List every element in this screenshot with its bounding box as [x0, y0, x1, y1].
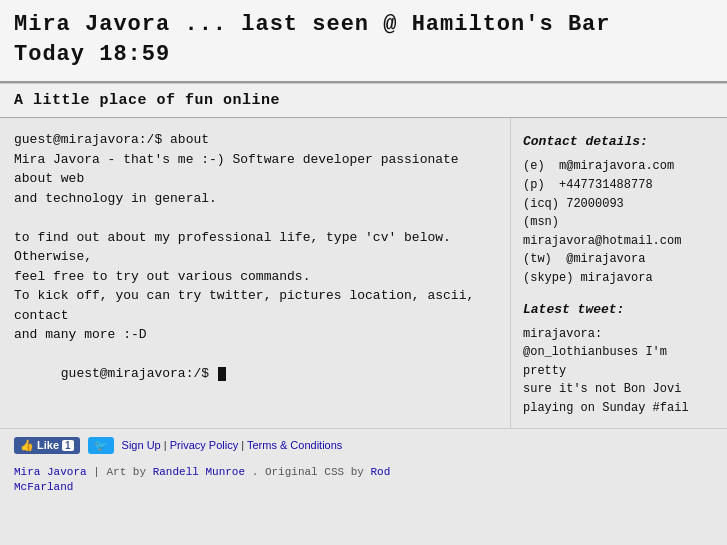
terminal-panel[interactable]: guest@mirajavora:/$ about Mira Javora - … — [0, 118, 510, 427]
terminal-line-4: to find out about my professional life, … — [14, 228, 496, 267]
terminal-prompt-text: guest@mirajavora:/$ — [61, 366, 217, 381]
terminal-line-7: and many more :-D — [14, 325, 496, 345]
tweet-section-title: Latest tweet: — [523, 302, 708, 317]
facebook-like-button[interactable]: 👍 Like 1 — [14, 437, 80, 454]
contact-email: (e) m@mirajavora.com — [523, 157, 708, 176]
footer-social: 👍 Like 1 🐦 Sign Up | Privacy Policy | Te… — [14, 437, 713, 454]
privacy-link[interactable]: Privacy Policy — [170, 439, 238, 451]
contact-section-title: Contact details: — [523, 134, 708, 149]
terminal-line-1: guest@mirajavora:/$ about — [14, 130, 496, 150]
footer-area: 👍 Like 1 🐦 Sign Up | Privacy Policy | Te… — [0, 428, 727, 462]
contact-msn-email: mirajavora@hotmail.com — [523, 232, 708, 251]
header-title-line2: Today 18:59 — [14, 42, 170, 67]
signup-link[interactable]: Sign Up — [122, 439, 161, 451]
fb-like-label: Like — [37, 439, 59, 451]
tagline-bar: A little place of fun online — [0, 83, 727, 118]
terms-link[interactable]: Terms & Conditions — [247, 439, 342, 451]
main-content: guest@mirajavora:/$ about Mira Javora - … — [0, 118, 727, 427]
credits-sep2: . Original CSS by — [252, 466, 371, 478]
terminal-prompt-line[interactable]: guest@mirajavora:/$ — [14, 345, 496, 404]
randell-link[interactable]: Randell Munroe — [153, 466, 245, 478]
terminal-line-5: feel free to try out various commands. — [14, 267, 496, 287]
terminal-line-2: Mira Javora - that's me :-) Software dev… — [14, 150, 496, 189]
contact-icq: (icq) 72000093 — [523, 195, 708, 214]
terminal-line-6: To kick off, you can try twitter, pictur… — [14, 286, 496, 325]
footer-bottom: Mira Javora | Art by Randell Munroe . Or… — [0, 462, 727, 500]
header-title-line1: Mira Javora ... last seen @ Hamilton's B… — [14, 12, 611, 37]
contact-skype: (skype) mirajavora — [523, 269, 708, 288]
sidebar: Contact details: (e) m@mirajavora.com (p… — [510, 118, 720, 427]
tweet-text: mirajavora: @on_lothianbuses I'm pretty … — [523, 325, 708, 418]
mcfarland-link[interactable]: McFarland — [14, 481, 73, 493]
footer-signup-text: Sign Up | Privacy Policy | Terms & Condi… — [122, 439, 343, 451]
tagline-text: A little place of fun online — [14, 92, 280, 109]
credits-sep1: | Art by — [93, 466, 152, 478]
terminal-blank-1 — [14, 208, 496, 228]
terminal-cursor — [218, 367, 226, 381]
fb-thumb-icon: 👍 — [20, 439, 34, 452]
mira-link[interactable]: Mira Javora — [14, 466, 87, 478]
twitter-icon: 🐦 — [94, 439, 108, 452]
contact-msn-label: (msn) — [523, 213, 708, 232]
twitter-button[interactable]: 🐦 — [88, 437, 114, 454]
contact-phone: (p) +447731488778 — [523, 176, 708, 195]
terminal-line-3: and technology in general. — [14, 189, 496, 209]
contact-twitter: (tw) @mirajavora — [523, 250, 708, 269]
header-title: Mira Javora ... last seen @ Hamilton's B… — [14, 10, 713, 69]
header: Mira Javora ... last seen @ Hamilton's B… — [0, 0, 727, 83]
fb-count: 1 — [62, 440, 74, 451]
footer-credits: Mira Javora | Art by Randell Munroe . Or… — [14, 466, 390, 478]
rod-link[interactable]: Rod — [371, 466, 391, 478]
